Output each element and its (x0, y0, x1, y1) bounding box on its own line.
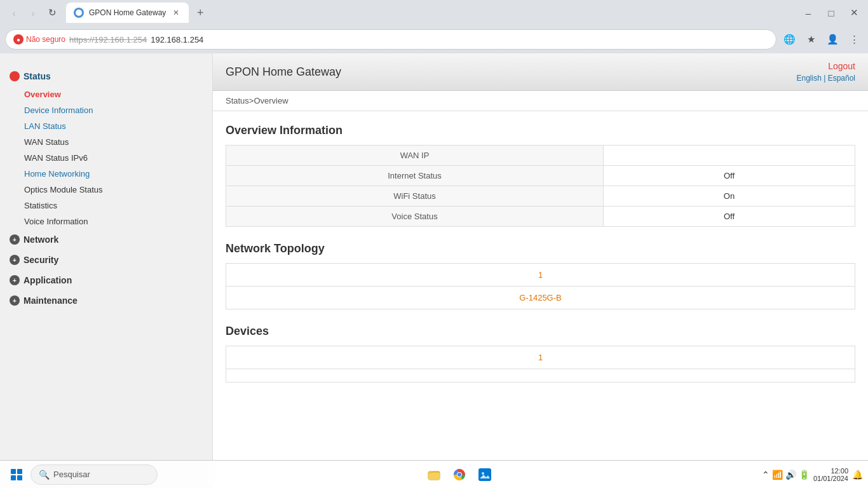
minimize-button[interactable]: – (799, 4, 817, 22)
logout-button[interactable]: Logout (828, 61, 855, 71)
sidebar-sub-voice-info[interactable]: Voice Information (0, 214, 212, 229)
browser-tab[interactable]: GPON Home Gateway ✕ (66, 3, 189, 23)
address-ip: 192.168.1.254 (151, 35, 203, 44)
table-row: G-1425G-B (226, 287, 855, 309)
search-icon: 🔍 (39, 470, 50, 480)
svg-rect-2 (428, 471, 433, 473)
photos-icon[interactable] (473, 463, 496, 486)
menu-icon[interactable]: ⋮ (845, 30, 863, 48)
battery-icon[interactable]: 🔋 (799, 470, 810, 480)
network-expand-icon: + (10, 234, 20, 245)
address-bar[interactable]: ● Não seguro https://192.168.1.254 192.1… (5, 29, 776, 50)
home-networking-link[interactable]: Home Networking (24, 169, 90, 179)
maximize-button[interactable]: □ (822, 4, 840, 22)
wifi-icon[interactable]: 📶 (772, 470, 783, 480)
new-tab-button[interactable]: + (191, 4, 209, 22)
close-window-button[interactable]: ✕ (845, 4, 863, 22)
table-row (226, 369, 855, 383)
sidebar-maintenance-label: Maintenance (24, 295, 78, 306)
statistics-link[interactable]: Statistics (24, 201, 57, 210)
sidebar-sub-overview[interactable]: Overview (0, 86, 212, 102)
optics-link[interactable]: Optics Module Status (24, 185, 103, 194)
sidebar: Status Overview Device Information LAN S… (0, 53, 213, 488)
voice-status-value: Off (604, 207, 855, 227)
toolbar-icons: 🌐 ★ 👤 ⋮ (780, 30, 863, 48)
svg-point-5 (458, 473, 461, 477)
start-button[interactable] (5, 463, 28, 486)
table-row: 1 (226, 346, 855, 369)
taskbar-search[interactable]: 🔍 Pesquisar (31, 464, 158, 485)
taskbar: 🔍 Pesquisar (0, 460, 868, 488)
tab-close-button[interactable]: ✕ (171, 8, 181, 18)
spanish-link[interactable]: Español (828, 74, 855, 83)
sidebar-item-application[interactable]: + Application (0, 270, 212, 290)
status-bullet-icon (10, 71, 20, 81)
taskbar-right: ⌃ 📶 🔊 🔋 12:00 01/01/2024 🔔 (762, 467, 863, 482)
security-expand-icon: + (10, 255, 20, 265)
sidebar-sub-device-info[interactable]: Device Information (0, 102, 212, 118)
sidebar-item-network[interactable]: + Network (0, 229, 212, 250)
back-button[interactable]: ‹ (5, 4, 23, 22)
sidebar-network-label: Network (24, 234, 58, 245)
wan-ipv6-link[interactable]: WAN Status IPv6 (24, 153, 88, 163)
file-explorer-icon[interactable] (423, 463, 445, 486)
browser-chrome: ‹ › ↻ GPON Home Gateway ✕ + – □ ✕ ● Não … (0, 0, 868, 53)
page-wrapper: Status Overview Device Information LAN S… (0, 53, 868, 488)
sidebar-item-security[interactable]: + Security (0, 250, 212, 270)
address-url-crossed: https://192.168.1.254 (69, 35, 147, 44)
tab-favicon (74, 8, 84, 18)
overview-link[interactable]: Overview (24, 90, 61, 99)
internet-status-label: Internet Status (226, 166, 604, 186)
chrome-icon[interactable] (448, 463, 471, 486)
windows-logo-icon (11, 469, 22, 480)
forward-button[interactable]: › (24, 4, 42, 22)
sidebar-item-status[interactable]: Status (0, 66, 212, 86)
internet-status-value: Off (604, 166, 855, 186)
browser-titlebar: ‹ › ↻ GPON Home Gateway ✕ + – □ ✕ (0, 0, 868, 25)
sidebar-sub-lan-status[interactable]: LAN Status (0, 118, 212, 134)
svg-rect-6 (478, 468, 491, 481)
lan-status-link[interactable]: LAN Status (24, 121, 66, 131)
bookmark-icon[interactable]: ★ (802, 30, 820, 48)
taskbar-clock[interactable]: 12:00 01/01/2024 (813, 467, 848, 482)
clock-time: 12:00 (813, 467, 848, 475)
device-info-link[interactable]: Device Information (24, 105, 93, 115)
wan-status-link[interactable]: WAN Status (24, 137, 69, 147)
voice-info-link[interactable]: Voice Information (24, 217, 88, 226)
network-topology-title: Network Topology (226, 242, 855, 255)
page-header-title: GPON Home Gateway (226, 65, 341, 79)
browser-nav-buttons: ‹ › ↻ (5, 4, 61, 22)
sidebar-sub-home-networking[interactable]: Home Networking (0, 166, 212, 182)
application-expand-icon: + (10, 275, 20, 285)
sidebar-application-label: Application (24, 275, 72, 285)
sidebar-sub-wan-status[interactable]: WAN Status (0, 134, 212, 150)
search-text: Pesquisar (53, 470, 90, 479)
notification-icon[interactable]: 🔔 (852, 470, 863, 480)
taskbar-center (423, 463, 496, 486)
table-row: Voice Status Off (226, 207, 855, 227)
main-content: GPON Home Gateway Logout English | Españ… (213, 53, 868, 488)
taskbar-left: 🔍 Pesquisar (5, 463, 158, 486)
wan-ip-label: WAN IP (226, 146, 604, 166)
profile-icon[interactable]: 👤 (824, 30, 841, 48)
topology-count: 1 (226, 264, 855, 287)
browser-toolbar: ● Não seguro https://192.168.1.254 192.1… (0, 25, 868, 53)
sidebar-item-maintenance[interactable]: + Maintenance (0, 290, 212, 311)
overview-section-title: Overview Information (226, 124, 855, 137)
english-link[interactable]: English (796, 74, 821, 83)
wifi-status-value: On (604, 186, 855, 207)
volume-icon[interactable]: 🔊 (785, 470, 796, 480)
lang-separator: | (822, 74, 828, 83)
sidebar-security-label: Security (24, 255, 58, 265)
reload-button[interactable]: ↻ (43, 4, 61, 22)
show-hidden-icons[interactable]: ⌃ (762, 470, 770, 480)
language-links: English | Español (796, 74, 855, 83)
sidebar-sub-wan-ipv6[interactable]: WAN Status IPv6 (0, 150, 212, 166)
sidebar-sub-statistics[interactable]: Statistics (0, 198, 212, 214)
devices-section-title: Devices (226, 325, 855, 338)
translate-icon[interactable]: 🌐 (780, 30, 798, 48)
sidebar-sub-optics[interactable]: Optics Module Status (0, 182, 212, 198)
system-tray-icons: ⌃ 📶 🔊 🔋 (762, 470, 810, 480)
table-row: WiFi Status On (226, 186, 855, 207)
content-area: Overview Information WAN IP Internet Sta… (213, 111, 868, 395)
